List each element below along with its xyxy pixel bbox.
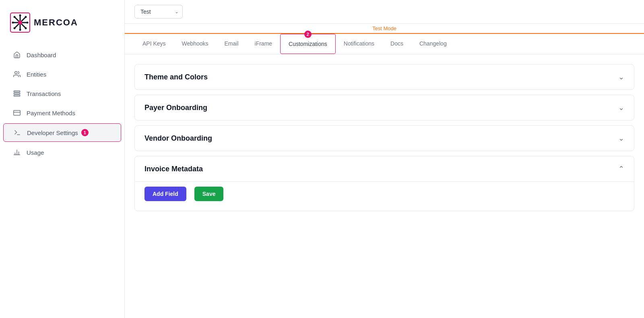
invoice-metadata-title: Invoice Metadata [144,165,203,173]
tab-webhooks[interactable]: Webhooks [174,34,217,54]
sidebar-item-developer-settings[interactable]: Developer Settings 1 [3,123,121,142]
chevron-down-icon: ⌄ [618,73,624,81]
card-icon [13,109,21,117]
svg-point-9 [27,22,29,24]
tab-docs[interactable]: Docs [382,34,411,54]
tab-customizations-container: 2 Customizations [280,34,336,54]
svg-point-5 [18,21,22,25]
payer-onboarding-header[interactable]: Payer Onboarding ⌄ [135,95,634,120]
env-select[interactable]: Test Production [134,5,183,19]
theme-and-colors-section: Theme and Colors ⌄ [134,64,634,90]
sidebar: MERCOA Dashboard Entities [0,0,125,318]
env-select-wrapper: Test Production ⌄ [134,5,183,19]
save-button[interactable]: Save [194,187,224,201]
users-icon [13,70,21,78]
svg-point-7 [19,29,21,31]
top-bar: Test Production ⌄ [125,0,644,24]
tab-email[interactable]: Email [217,34,247,54]
tab-iframe[interactable]: iFrame [247,34,281,54]
svg-rect-18 [14,110,21,115]
svg-point-14 [15,71,17,74]
sidebar-item-usage[interactable]: Usage [3,143,121,161]
svg-point-13 [14,27,16,29]
terminal-icon [13,129,21,137]
sidebar-item-developer-settings-label: Developer Settings [27,129,78,136]
svg-rect-16 [14,93,20,94]
main-content: Test Production ⌄ Test Mode API Keys Web… [125,0,644,318]
svg-rect-17 [14,95,20,96]
tab-api-keys[interactable]: API Keys [134,34,174,54]
sidebar-item-transactions[interactable]: Transactions [3,85,121,102]
add-field-button[interactable]: Add Field [144,187,186,201]
tabs-area: API Keys Webhooks Email iFrame 2 Customi… [125,34,644,54]
vendor-onboarding-section: Vendor Onboarding ⌄ [134,125,634,151]
sidebar-item-payment-methods-label: Payment Methods [27,110,75,116]
payer-onboarding-section: Payer Onboarding ⌄ [134,95,634,121]
invoice-metadata-section: Invoice Metadata ⌃ Add Field Save [134,156,634,211]
content-area: Theme and Colors ⌄ Payer Onboarding ⌄ Ve… [125,54,644,318]
theme-and-colors-title: Theme and Colors [144,73,208,81]
sidebar-item-dashboard-label: Dashboard [27,52,56,58]
chevron-down-icon: ⌄ [618,103,624,112]
sidebar-item-usage-label: Usage [27,149,44,156]
svg-point-6 [19,15,21,17]
tab-changelog[interactable]: Changelog [411,34,455,54]
test-mode-bar: Test Mode [125,24,644,34]
svg-rect-15 [14,91,20,92]
sidebar-item-payment-methods[interactable]: Payment Methods [3,104,121,122]
chevron-down-icon: ⌄ [618,134,624,143]
mercoa-logo-icon [10,12,31,33]
svg-point-10 [14,16,16,18]
vendor-onboarding-header[interactable]: Vendor Onboarding ⌄ [135,126,634,151]
svg-point-12 [25,16,27,18]
vendor-onboarding-title: Vendor Onboarding [144,134,212,143]
customizations-badge: 2 [304,31,312,38]
payer-onboarding-title: Payer Onboarding [144,104,207,112]
tab-notifications[interactable]: Notifications [336,34,382,54]
list-icon [13,89,21,98]
home-icon [13,51,21,59]
invoice-metadata-header[interactable]: Invoice Metadata ⌃ [135,156,634,181]
chart-icon [13,148,21,156]
svg-point-8 [12,22,14,24]
sidebar-item-entities[interactable]: Entities [3,65,121,83]
logo-area: MERCOA [0,8,124,45]
chevron-up-icon: ⌃ [618,164,624,173]
svg-point-11 [25,27,27,29]
theme-and-colors-header[interactable]: Theme and Colors ⌄ [135,64,634,89]
invoice-metadata-body: Add Field Save [135,181,634,211]
developer-settings-badge: 1 [81,129,89,136]
sidebar-item-entities-label: Entities [27,71,46,78]
sidebar-item-dashboard[interactable]: Dashboard [3,46,121,64]
logo-text: MERCOA [34,17,78,28]
sidebar-item-transactions-label: Transactions [27,90,61,97]
test-mode-label: Test Mode [372,25,396,31]
